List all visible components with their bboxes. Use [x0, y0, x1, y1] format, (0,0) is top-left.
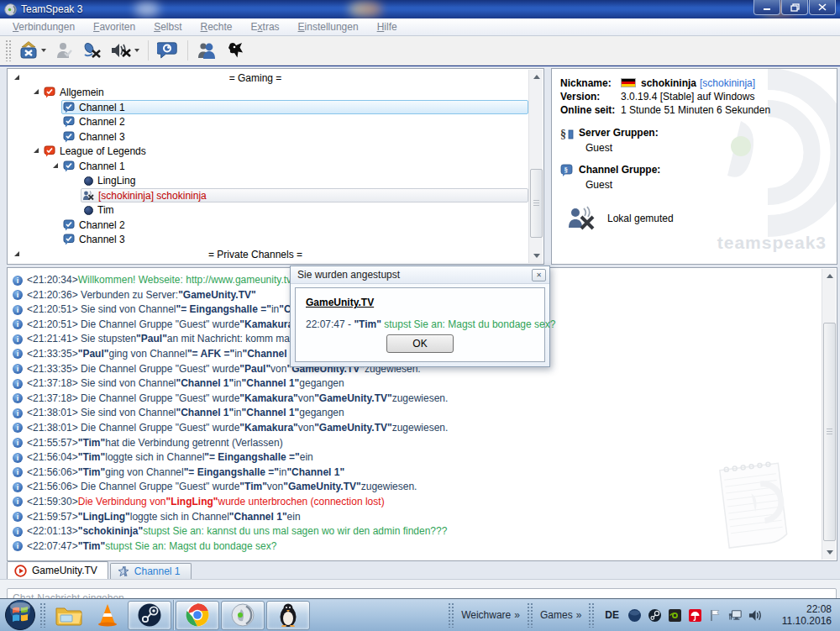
taskbar-vlc-icon[interactable] [91, 601, 124, 629]
chat-segment: <21:59:57> [27, 510, 78, 525]
expand-arrow[interactable] [34, 148, 39, 153]
online-value: 1 Stunde 51 Minuten 6 Sekunden [621, 104, 770, 117]
toolbar-label[interactable]: Weichware [461, 609, 511, 621]
taskbar-teamspeak-button[interactable] [221, 601, 265, 630]
disconnect-dropdown-caret[interactable] [41, 49, 46, 52]
chat-scrollbar-thumb[interactable] [823, 323, 836, 541]
chevron-icon[interactable]: » [576, 609, 582, 621]
taskbar-penguin-button[interactable] [266, 601, 310, 630]
poke-dialog-titlebar[interactable]: Sie wurden angestupst ✕ [291, 266, 549, 284]
channel-row[interactable]: Channel 2 [8, 218, 528, 233]
taskbar-clock[interactable]: 22:08 11.10.2016 [771, 603, 832, 627]
toolbar-grip[interactable] [5, 39, 11, 61]
info-icon [13, 453, 23, 463]
language-indicator[interactable]: DE [605, 609, 619, 621]
start-button[interactable] [4, 599, 36, 631]
chat-segment: <21:20:51> Sie sind von Channel [27, 302, 176, 318]
poke-dialog[interactable]: Sie wurden angestupst ✕ GameUnity.TV 22:… [290, 266, 550, 367]
taskbar-grip[interactable] [527, 602, 533, 628]
tray-nvidia-icon[interactable] [668, 608, 682, 623]
channel-tree-panel[interactable]: = Gaming =AllgemeinChannel 1Channel 2Cha… [7, 68, 544, 265]
expand-arrow[interactable] [53, 163, 58, 168]
channel-row[interactable]: League of Legends [8, 145, 528, 160]
tree-item[interactable]: Channel 1 [61, 159, 528, 173]
tray-avira-icon[interactable] [688, 608, 702, 623]
menu-item-selbst[interactable]: Selbst [144, 19, 191, 34]
tree-item[interactable]: League of Legends [42, 145, 528, 159]
close-button[interactable] [809, 0, 836, 15]
minimize-button[interactable] [753, 0, 780, 15]
chat-scrollbar[interactable] [822, 269, 836, 560]
tree-item[interactable]: Tim [81, 203, 528, 218]
channel-row[interactable]: Channel 2 [8, 115, 528, 130]
scroll-down-arrow[interactable] [530, 250, 543, 262]
taskbar-explorer-icon[interactable] [52, 601, 86, 629]
tab-server-gameunity[interactable]: GameUnity.TV [7, 561, 108, 579]
menu-item-einstellungen[interactable]: Einstellungen [289, 19, 368, 34]
poke-dialog-close-icon[interactable]: ✕ [532, 269, 546, 281]
server-spacer-row[interactable]: = Private Channels = [8, 247, 528, 262]
scroll-down-arrow[interactable] [823, 546, 836, 559]
chat-segment: von [267, 480, 283, 495]
menu-item-hilfe[interactable]: Hilfe [368, 19, 407, 34]
menu-item-rechte[interactable]: Rechte [192, 19, 242, 34]
nickname-link[interactable]: [schokininja] [700, 77, 755, 90]
menu-item-verbindungen[interactable]: Verbindungen [3, 19, 84, 34]
tray-sphere-icon[interactable] [627, 608, 642, 623]
tree-item[interactable]: [schokininja] schokininja [81, 188, 528, 202]
tree-item[interactable]: LingLing [81, 174, 528, 188]
taskbar-toolbar-games[interactable]: Games » [537, 609, 585, 621]
channel-row[interactable]: Channel 1 [8, 159, 528, 174]
chevron-icon[interactable]: » [514, 609, 520, 621]
channel-row[interactable]: Channel 3 [8, 233, 528, 248]
contacts-button[interactable] [193, 39, 222, 62]
taskbar-chrome-button[interactable] [176, 601, 219, 630]
chat-segment: <21:20:34> [27, 273, 78, 288]
tray-action-center-flag-icon[interactable] [708, 608, 722, 623]
scroll-up-arrow[interactable] [823, 270, 836, 282]
away-button[interactable] [51, 39, 76, 61]
tree-item[interactable]: Channel 2 [61, 115, 528, 129]
channel-row[interactable]: Allgemein [8, 86, 528, 101]
tray-volume-icon[interactable] [748, 608, 763, 623]
menu-item-extras[interactable]: Extras [242, 19, 289, 34]
tab-channel-1[interactable]: Channel 1 [110, 563, 192, 579]
client-row[interactable]: [schokininja] schokininja [8, 188, 528, 203]
scroll-up-arrow[interactable] [530, 71, 543, 83]
taskbar-toolbar-weichware[interactable]: Weichware » [458, 609, 523, 621]
chat-segment: gegangen [299, 406, 344, 421]
chat-button[interactable] [154, 39, 182, 62]
toolbar-label[interactable]: Games [540, 609, 573, 621]
plugin-button[interactable] [223, 39, 250, 62]
tree-item[interactable]: Channel 1 [61, 100, 528, 114]
tree-item[interactable]: Allgemein [42, 86, 528, 100]
info-icon [13, 290, 23, 300]
mute-speakers-dropdown-caret[interactable] [134, 49, 139, 52]
expand-arrow[interactable] [34, 89, 39, 94]
ok-button[interactable]: OK [386, 334, 454, 353]
poke-sender: "Tim" [354, 318, 381, 330]
mute-speakers-button[interactable] [107, 39, 143, 61]
client-row[interactable]: Tim [8, 203, 528, 218]
tree-item[interactable]: Channel 2 [61, 218, 528, 232]
channel-row[interactable]: Channel 3 [8, 129, 528, 145]
tray-steam-icon[interactable] [648, 608, 662, 623]
tray-network-icon[interactable] [728, 608, 743, 623]
taskbar-grip[interactable] [39, 602, 46, 628]
mute-microphone-button[interactable] [78, 39, 105, 61]
restore-button[interactable] [781, 0, 808, 15]
server-spacer-row[interactable]: = Gaming = [8, 71, 528, 86]
tree-item[interactable]: Channel 3 [61, 233, 528, 247]
taskbar-steam-button[interactable] [128, 601, 171, 630]
taskbar-grip[interactable] [448, 602, 454, 628]
menu-item-favoriten[interactable]: Favoriten [84, 19, 144, 34]
channel-row[interactable]: Channel 1 [8, 100, 528, 115]
disconnect-button[interactable] [15, 39, 50, 62]
taskbar-grip[interactable] [588, 602, 595, 628]
tree-scrollbar-thumb[interactable] [530, 169, 543, 238]
tree-item[interactable]: Channel 3 [61, 129, 528, 144]
svg-text:§: § [564, 166, 569, 174]
tree-scrollbar[interactable] [528, 70, 543, 263]
window-titlebar[interactable]: TeamSpeak 3 [0, 0, 840, 18]
client-row[interactable]: LingLing [8, 174, 528, 189]
